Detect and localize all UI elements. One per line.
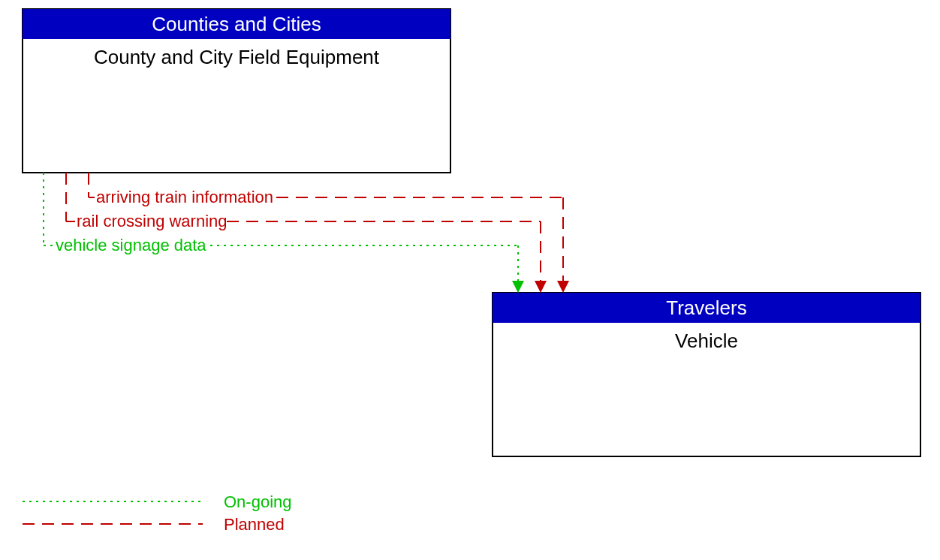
legend-ongoing-label: On-going <box>224 492 292 511</box>
legend: On-going Planned <box>23 492 292 534</box>
target-header-text: Travelers <box>666 297 746 319</box>
legend-planned-label: Planned <box>224 515 285 534</box>
target-body-text: Vehicle <box>675 330 738 352</box>
svg-marker-6 <box>512 281 524 293</box>
flow-label-vehicle-signage: vehicle signage data <box>56 236 206 254</box>
architecture-diagram: Counties and Cities County and City Fiel… <box>0 0 940 560</box>
svg-marker-4 <box>557 281 569 293</box>
flow-label-rail-crossing: rail crossing warning <box>77 212 227 230</box>
source-body-text: County and City Field Equipment <box>94 46 380 68</box>
source-entity-box: Counties and Cities County and City Fiel… <box>23 9 450 173</box>
svg-marker-5 <box>535 281 547 293</box>
flow-label-arriving-train: arriving train information <box>96 188 273 206</box>
target-entity-box: Travelers Vehicle <box>493 293 920 456</box>
flow-arriving-train-information: arriving train information <box>89 173 569 293</box>
source-header-text: Counties and Cities <box>152 13 321 35</box>
